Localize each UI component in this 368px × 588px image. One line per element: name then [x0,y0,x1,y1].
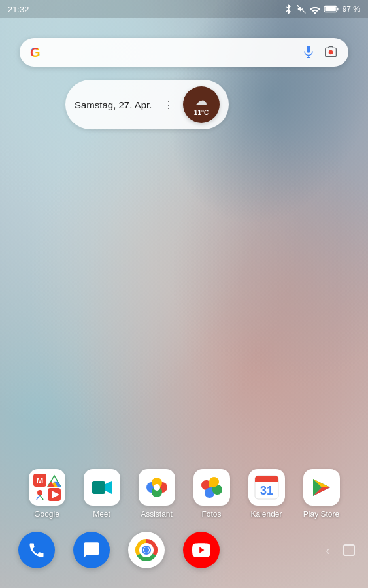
app-fotos[interactable]: Fotos [188,469,235,519]
dock-chrome[interactable] [123,532,170,568]
svg-rect-20 [92,481,105,494]
dock-apps [13,532,225,568]
assistant-icon-wrapper[interactable] [139,469,175,506]
messages-svg [82,541,101,559]
date-widget-container: Samstag, 27. Apr. ⋮ ☁ 11°C [0,67,368,129]
chrome-svg [135,538,158,562]
status-bar: 21:32 97 % [0,0,368,18]
google-logo: G [30,45,41,60]
more-options-icon[interactable]: ⋮ [161,99,176,111]
dock-phone[interactable] [13,532,60,568]
battery-percent: 97 % [343,5,360,14]
app-meet[interactable]: Meet [78,469,125,519]
chrome-icon-wrapper[interactable] [128,532,165,568]
kalender-svg: 31 JANUAR [254,475,279,500]
fotos-svg [199,475,224,500]
search-bar-container: G [0,18,368,67]
cloud-icon: ☁ [195,93,207,108]
spacer [0,129,368,469]
app-playstore-label: Play Store [303,510,339,519]
wifi-icon [310,5,320,14]
svg-text:JANUAR: JANUAR [256,481,276,487]
temperature: 11°C [194,109,209,116]
date-widget[interactable]: Samstag, 27. Apr. ⋮ ☁ 11°C [65,80,229,129]
messages-icon-wrapper[interactable] [73,532,110,568]
status-icons: 97 % [285,4,360,14]
camera-icon[interactable] [324,45,338,59]
phone-svg [27,541,46,559]
bottom-nav: ‹ [326,543,355,558]
bluetooth-icon [285,4,293,14]
mic-icon[interactable] [301,45,316,59]
svg-rect-4 [307,46,310,53]
app-assistant[interactable]: Assistant [133,469,180,519]
svg-rect-2 [337,8,338,11]
battery-icon [324,5,339,13]
weather-badge[interactable]: ☁ 11°C [183,86,220,123]
app-kalender-label: Kalender [250,510,282,519]
app-grid: M Google [0,469,368,519]
app-google-label: Google [34,510,59,519]
nav-arrow[interactable]: ‹ [326,543,330,558]
bottom-area: ‹ [0,532,368,588]
mute-icon [297,5,306,14]
meet-svg [90,476,114,499]
assistant-svg [143,474,171,501]
playstore-svg [309,475,334,500]
app-google[interactable]: M Google [24,469,71,519]
youtube-icon-wrapper[interactable] [183,532,220,568]
svg-point-39 [144,547,149,553]
meet-icon-wrapper[interactable] [84,469,120,506]
svg-point-16 [37,490,42,495]
svg-point-27 [154,484,160,491]
youtube-svg [192,543,210,557]
status-time: 21:32 [8,5,29,14]
nav-square[interactable] [343,544,355,556]
playstore-icon-wrapper[interactable] [303,469,340,506]
kalender-icon-wrapper[interactable]: 31 JANUAR [248,469,285,506]
app-meet-label: Meet [93,510,110,519]
date-text: Samstag, 27. Apr. [75,99,154,110]
svg-rect-3 [325,7,336,11]
dock-messages[interactable] [68,532,115,568]
search-input[interactable] [47,44,295,60]
google-icon-wrapper[interactable]: M [29,469,65,506]
svg-point-7 [329,50,333,55]
app-assistant-label: Assistant [141,510,173,519]
app-playstore[interactable]: Play Store [298,469,345,519]
search-bar[interactable]: G [20,38,348,67]
phone-icon-wrapper[interactable] [18,532,55,568]
app-fotos-label: Fotos [201,510,221,519]
dock-youtube[interactable] [178,532,225,568]
app-kalender[interactable]: 31 JANUAR Kalender [243,469,290,519]
search-icons [301,45,338,59]
main-content: G [0,18,368,588]
fotos-icon-wrapper[interactable] [193,469,230,506]
svg-text:M: M [36,476,43,485]
google-folder-svg: M [32,472,62,502]
